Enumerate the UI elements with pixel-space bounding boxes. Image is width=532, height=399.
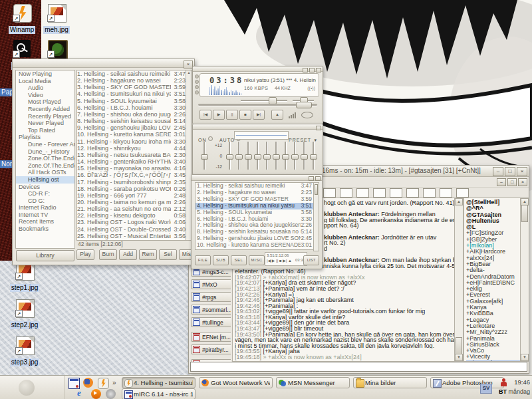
sidebar-item[interactable]: Internet Radio <box>16 204 74 211</box>
playback-time[interactable]: 03:38 <box>209 76 243 85</box>
eq-band-slider[interactable] <box>263 142 269 170</box>
partial-desktop-icon-label[interactable]: Pap <box>0 88 12 96</box>
eq-band-slider[interactable] <box>301 142 307 170</box>
channel-button[interactable]: #tullinge <box>191 317 231 327</box>
library-button[interactable]: Library <box>16 250 74 261</box>
taskbar-task-button[interactable]: Mina bilder <box>353 377 427 388</box>
shade-button[interactable] <box>309 68 315 72</box>
sidebar-item[interactable]: Internet TV <box>16 211 74 219</box>
mini-transport-icons[interactable]: |◀ ▶ || ■ ▶| ▲ <box>267 258 292 263</box>
sidebar-item[interactable]: Audio <box>16 84 74 92</box>
track-row[interactable]: 22. Hellsing - kisenu dekigoto 0:58 <box>77 212 186 219</box>
bittorrent-tray-icon[interactable]: BT <box>499 388 507 395</box>
playlist-menu-button[interactable]: FILE <box>195 255 211 265</box>
chat-input-field[interactable] <box>190 362 527 372</box>
scrollbar-thumb[interactable] <box>456 337 462 354</box>
sidebar-item[interactable]: All Hack OSTs <box>16 169 74 176</box>
mdi-minimize-button[interactable]: – <box>497 178 506 186</box>
track-row[interactable]: 8. Hellsing - seishin keisatsu sousaka .… <box>77 118 186 124</box>
playlist-row[interactable]: 5. Hellsing - SOUL kyuumeitai 3:58 <box>196 209 313 216</box>
playlist-row[interactable]: 8. Hellsing - seishin keisatsu sousaka n… <box>196 229 313 235</box>
sidebar-item[interactable]: Playlists <box>16 134 74 141</box>
track-row[interactable]: 24. Hellsing OST - Double-Crossed Fo... … <box>77 226 186 233</box>
sidebar-item[interactable]: Zone.Of.The.Enders <box>16 162 74 170</box>
close-button[interactable] <box>316 68 321 72</box>
winamp-titlebar[interactable] <box>193 66 323 72</box>
track-row[interactable]: 11. Hellsing - kikyou kaoru iroha michi … <box>77 138 186 145</box>
sidebar-item[interactable]: Most Played <box>16 98 74 106</box>
scripts-editor-icon[interactable] <box>356 188 369 198</box>
sidebar-item[interactable]: Bookmarks <box>16 225 74 233</box>
sidebar-item[interactable]: Recently Added <box>16 106 74 113</box>
desktop-icon[interactable]: step3.jpg <box>7 336 43 367</box>
channel-window-icon[interactable] <box>323 188 336 198</box>
track-row[interactable]: 6. Hellsing - I.B.C.J. houiami 3:30 <box>77 104 186 111</box>
scroll-down-icon[interactable]: ▼ <box>521 354 529 361</box>
track-row[interactable]: 2. Hellsing - hagakure no wasei 2:23 <box>77 77 186 84</box>
sidebar-item[interactable]: Now Playing <box>16 70 74 78</box>
language-indicator[interactable]: SV <box>480 384 492 394</box>
desktop-icon[interactable]: step2.jpg <box>7 299 43 330</box>
track-row[interactable]: 4. Hellsing - tsumitsukuri na nikui yats… <box>77 90 186 97</box>
address-book-icon[interactable] <box>373 188 386 198</box>
quicklaunch-mirc-icon[interactable] <box>68 378 78 388</box>
sidebar-item[interactable]: CD G: <box>16 198 74 205</box>
clutterbar[interactable] <box>195 74 198 96</box>
mdi-close-button[interactable]: × <box>518 178 527 186</box>
close-button[interactable]: × <box>184 61 193 68</box>
play-button[interactable]: ▶ <box>213 110 225 120</box>
sidebar-item[interactable]: Zone.Of.The.Enders.2... <box>16 155 74 162</box>
track-row[interactable]: 13. Hellsing - netsu tsukusareta BACK ..… <box>77 152 186 158</box>
eq-band-slider[interactable] <box>226 142 232 170</box>
playlist-row[interactable]: 2. Hellsing - hagakure no wasei 2:23 <box>196 190 313 196</box>
track-row[interactable]: 15. Hellsing - mayonaka no ansatsusha 4:… <box>77 165 186 172</box>
taskbar-task-button[interactable]: mIRC 6.14 - nbs-irc 1.... <box>122 388 196 399</box>
stop-button[interactable]: ■ <box>239 110 251 120</box>
preamp-slider[interactable] <box>201 142 207 170</box>
scroll-up-icon[interactable]: ▲ <box>455 198 463 205</box>
eq-band-slider[interactable] <box>254 142 260 170</box>
track-row[interactable]: 10. Hellsing - kuretto karuma SERENADE 3… <box>77 131 186 138</box>
partial-desktop-icon-label[interactable]: Nor <box>0 160 12 168</box>
away-icon[interactable] <box>456 188 469 198</box>
scrollbar-thumb[interactable] <box>521 205 528 222</box>
file-server-icon[interactable] <box>440 188 452 198</box>
start-button[interactable] <box>0 376 65 399</box>
channel-button[interactable]: #piratbyr... <box>191 344 231 354</box>
playlist-menu-button[interactable]: MISC <box>249 255 265 265</box>
chat-scrollbar[interactable]: ▲ ▼ <box>454 198 464 362</box>
eq-on-toggle[interactable] <box>208 136 213 141</box>
taskbar-task-button[interactable]: Got Woot Network Ver.... <box>199 377 273 388</box>
library-action-button[interactable]: Rem <box>139 249 157 260</box>
track-row[interactable]: 19. Hellsing - 666 yori 777 2:48 <box>77 192 186 199</box>
track-row[interactable]: 14. Hellsing - gentenkaiko RHYTHM NA... … <box>77 158 186 165</box>
track-row[interactable]: 16. Ďľ'ä'ÁŽł - ƒŐƒSƒľX,Č,«ƒŐŐ[ƒ‹ƒh Ő'...… <box>77 172 186 178</box>
clock[interactable]: 19:46 <box>514 378 530 386</box>
channel-button[interactable]: #sommarl... <box>191 305 231 315</box>
schedule-icon[interactable] <box>406 188 419 198</box>
nicklist-scrollbar[interactable]: ▲ ▼ <box>520 198 529 362</box>
library-titlebar[interactable]: × <box>13 59 194 68</box>
track-row[interactable]: 21. Hellsing - aa seishun no ero makai 2… <box>77 205 186 212</box>
playlist-row[interactable]: 9. Hellsing - genshouku jibaku LOVE SONG… <box>196 235 313 242</box>
track-row[interactable]: 25. Hellsing OST - Musical Entertainme..… <box>77 233 186 239</box>
close-button[interactable] <box>315 176 321 181</box>
playlist-row[interactable]: 7. Hellsing - shishou oka deno juugekise… <box>196 222 313 229</box>
library-action-button[interactable]: Play <box>76 249 94 260</box>
sidebar-item[interactable]: Hellsing ost <box>16 176 74 184</box>
eq-band-slider[interactable] <box>310 142 316 170</box>
eq-band-slider[interactable] <box>282 142 288 170</box>
quicklaunch-firefox-icon[interactable] <box>83 378 93 388</box>
quicklaunch-overflow-chevron[interactable]: » <box>112 379 116 386</box>
playlist-titlebar[interactable] <box>192 175 322 181</box>
playlist-row[interactable]: 6. Hellsing - I.B.C.J. houiami 3:30 <box>196 216 313 223</box>
desktop-icon[interactable]: Winamp <box>4 4 40 35</box>
playlist-list-button[interactable]: LIST <box>303 255 319 265</box>
track-row[interactable]: 17. Hellsing - tsumihoroboshi shinpushi … <box>77 179 186 186</box>
mdi-restore-button[interactable]: □ <box>507 178 517 186</box>
channel-button[interactable]: EFNet [m... <box>191 332 231 342</box>
close-button[interactable] <box>316 126 321 130</box>
close-button[interactable]: × <box>517 167 527 176</box>
quicklaunch-mediaplayer-icon[interactable] <box>91 389 101 399</box>
track-row[interactable]: 12. Hellsing - shinrikyou 4:44 <box>77 145 186 152</box>
